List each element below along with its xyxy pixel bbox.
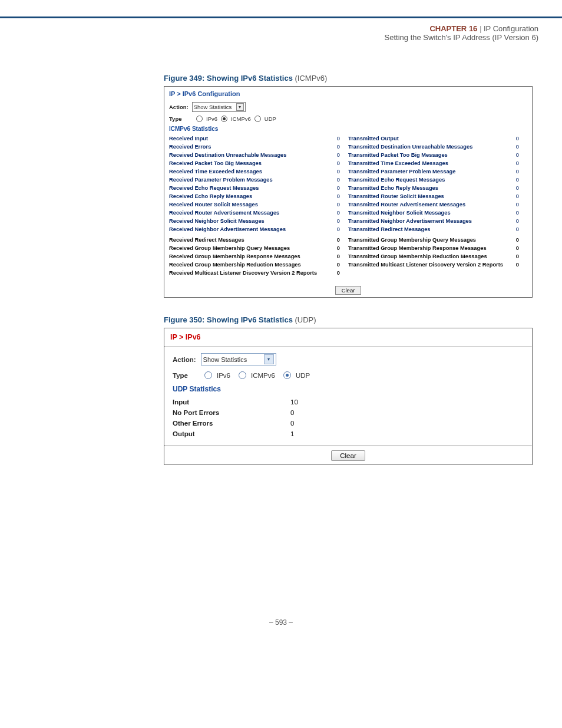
- stat-value: 0: [337, 210, 340, 216]
- stat-row: Transmitted Router Solicit Messages0: [348, 192, 527, 200]
- stat-row: Transmitted Neighbor Solicit Messages0: [348, 209, 527, 217]
- action-label: Action:: [169, 104, 189, 110]
- stat-value: 0: [337, 185, 340, 191]
- stat-value: 0: [516, 262, 519, 268]
- stat-value: 0: [516, 177, 519, 183]
- radio-udp-label: UDP: [265, 116, 276, 122]
- stat-label: Output: [173, 430, 290, 437]
- stat-label: Received Router Solicit Messages: [169, 202, 258, 207]
- stat-label: Transmitted Group Membership Reduction M…: [348, 253, 487, 259]
- stat-label: Received Errors: [169, 144, 211, 150]
- type-row: Type IPv6 ICMPv6 UDP: [173, 371, 524, 379]
- stat-label: Received Multicast Listener Discovery Ve…: [169, 270, 317, 276]
- stat-label: Transmitted Destination Unreachable Mess…: [348, 144, 472, 150]
- stat-label: Received Router Advertisement Messages: [169, 210, 279, 216]
- stat-row: Received Group Membership Response Messa…: [169, 252, 348, 261]
- radio-icmpv6-label: ICMPv6: [231, 116, 251, 122]
- radio-icmpv6[interactable]: [221, 116, 227, 122]
- stat-value: 0: [337, 226, 340, 232]
- stats-grid-bottom: Received Redirect Messages0Received Grou…: [169, 236, 527, 277]
- action-label: Action:: [173, 356, 196, 363]
- radio-ipv6-label: IPv6: [206, 116, 217, 122]
- stat-label: Received Neighbor Solicit Messages: [169, 218, 265, 224]
- chapter-word: CHAPTER 16: [429, 24, 477, 33]
- udp-stats-panel: IP > IPv6 Action: Show Statistics ▾ Type…: [164, 328, 533, 465]
- stat-row: Received Group Membership Reduction Mess…: [169, 261, 348, 269]
- stat-value: 0: [516, 226, 519, 232]
- stat-value: 1: [290, 430, 294, 437]
- panel-a-footer: Clear: [164, 282, 532, 297]
- stat-value: 0: [516, 218, 519, 224]
- stat-row: Transmitted Group Membership Reduction M…: [348, 252, 527, 261]
- top-accent-bar: [0, 0, 562, 18]
- stat-label: Received Redirect Messages: [169, 237, 244, 243]
- stat-value: 0: [516, 169, 519, 174]
- stat-value: 0: [516, 245, 519, 251]
- radio-ipv6-label: IPv6: [217, 372, 230, 379]
- action-row: Action: Show Statistics ▾: [169, 102, 527, 112]
- header-separator: |: [480, 24, 481, 33]
- stat-row: No Port Errors0: [173, 407, 524, 418]
- clear-button[interactable]: Clear: [335, 286, 362, 295]
- page-number: – 593 –: [0, 618, 562, 638]
- radio-udp[interactable]: [254, 116, 261, 122]
- stat-label: No Port Errors: [173, 409, 290, 416]
- stat-value: 0: [516, 144, 519, 150]
- stat-label: Transmitted Echo Request Messages: [348, 177, 445, 183]
- figure-349-caption: Figure 349: Showing IPv6 Statistics (ICM…: [164, 74, 533, 83]
- header-subtitle: Setting the Switch's IP Address (IP Vers…: [0, 33, 538, 42]
- stat-row: Transmitted Time Exceeded Messages0: [348, 159, 527, 167]
- stat-label: Received Destination Unreachable Message…: [169, 152, 286, 158]
- stat-row: Received Redirect Messages0: [169, 236, 348, 244]
- stat-value: 0: [516, 193, 519, 199]
- stat-row: Received Time Exceeded Messages0: [169, 167, 348, 176]
- stat-value: 0: [337, 202, 340, 207]
- stat-label: Transmitted Router Solicit Messages: [348, 193, 444, 199]
- stat-label: Received Echo Reply Messages: [169, 193, 252, 199]
- breadcrumb: IP > IPv6 Configuration: [164, 87, 532, 100]
- radio-icmpv6[interactable]: [239, 371, 246, 379]
- action-select[interactable]: Show Statistics ▾: [201, 353, 276, 365]
- type-label: Type: [169, 116, 193, 122]
- action-select[interactable]: Show Statistics ▾: [192, 102, 246, 112]
- header-title: IP Configuration: [484, 24, 538, 33]
- stat-value: 0: [516, 237, 519, 243]
- type-label: Type: [173, 372, 200, 379]
- stat-value: 0: [516, 136, 519, 141]
- stat-row: Received Echo Request Messages0: [169, 184, 348, 192]
- stat-value: 0: [337, 169, 340, 174]
- stat-row: Transmitted Multicast Listener Discovery…: [348, 261, 527, 269]
- stat-value: 0: [337, 237, 340, 243]
- stat-label: Received Packet Too Big Messages: [169, 160, 262, 166]
- clear-button[interactable]: Clear: [331, 450, 365, 461]
- stat-row: Transmitted Group Membership Response Me…: [348, 244, 527, 252]
- stat-value: 0: [516, 253, 519, 259]
- stat-row: Received Group Membership Query Messages…: [169, 244, 348, 252]
- stat-label: Input: [173, 398, 290, 406]
- stat-row: Received Destination Unreachable Message…: [169, 151, 348, 159]
- radio-udp[interactable]: [283, 371, 291, 379]
- stat-value: 0: [337, 177, 340, 183]
- stats-grid-top: Received Input0Received Errors0Received …: [169, 134, 527, 233]
- stat-row: Received Input0: [169, 134, 348, 143]
- stat-row: Output1: [173, 429, 524, 439]
- stat-value: 0: [337, 152, 340, 158]
- stat-value: 0: [337, 245, 340, 251]
- stat-label: Transmitted Parameter Problem Message: [348, 169, 455, 174]
- stat-row: Received Errors0: [169, 143, 348, 151]
- radio-ipv6[interactable]: [196, 116, 203, 122]
- stat-label: Transmitted Echo Reply Messages: [348, 185, 438, 191]
- figure-350-caption: Figure 350: Showing IPv6 Statistics (UDP…: [164, 315, 533, 324]
- panel-b-footer: Clear: [164, 446, 532, 465]
- udp-section-title: UDP Statistics: [173, 385, 524, 393]
- radio-ipv6[interactable]: [204, 371, 212, 379]
- stat-value: 0: [337, 270, 340, 276]
- chevron-down-icon: ▾: [236, 103, 244, 111]
- stat-row: Received Router Advertisement Messages0: [169, 209, 348, 217]
- stat-label: Received Input: [169, 136, 208, 141]
- stat-row: Transmitted Destination Unreachable Mess…: [348, 143, 527, 151]
- stat-row: Received Multicast Listener Discovery Ve…: [169, 269, 348, 277]
- stat-value: 0: [516, 152, 519, 158]
- stat-label: Transmitted Multicast Listener Discovery…: [348, 262, 503, 268]
- type-row: Type IPv6 ICMPv6 UDP: [169, 116, 527, 122]
